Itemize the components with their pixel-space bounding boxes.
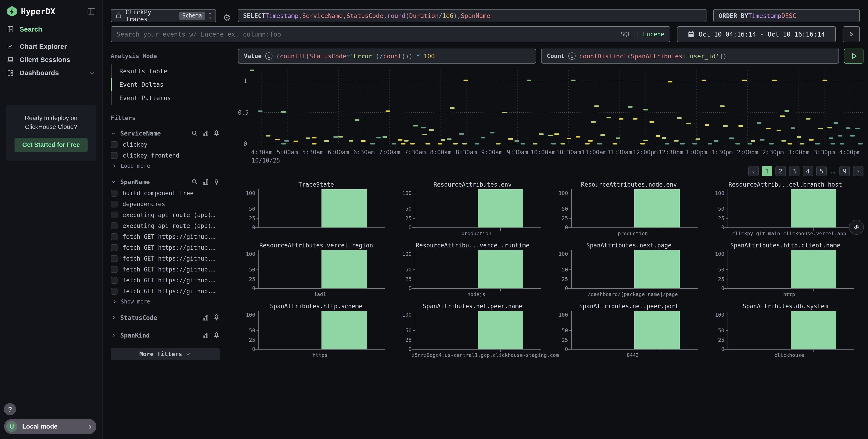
filter-checkbox[interactable]: [111, 277, 118, 284]
floating-filter-button[interactable]: [849, 220, 864, 235]
attribute-chart[interactable]: SpanAttributes.http.scheme10050250https: [238, 302, 394, 363]
filter-item[interactable]: fetch GET https://github.…: [111, 286, 220, 297]
filter-group-header-spankind[interactable]: SpanKind: [111, 329, 220, 341]
pagination-prev[interactable]: ‹: [748, 166, 758, 176]
attribute-chart[interactable]: TraceState10050250: [238, 181, 394, 241]
filter-checkbox[interactable]: [111, 266, 118, 273]
x-axis-tick-label: 1:00pm: [686, 149, 707, 156]
mode-sql-toggle[interactable]: SQL: [620, 31, 631, 38]
attribute-chart[interactable]: ResourceAttribu..cel.branch_host10050250…: [707, 181, 864, 241]
mini-y-tick-label: 0: [238, 346, 255, 352]
filter-item[interactable]: dependencies: [111, 199, 220, 209]
filter-group-header-spanname[interactable]: SpanName: [111, 176, 220, 188]
filter-checkbox[interactable]: [111, 223, 118, 229]
attribute-chart[interactable]: SpanAttributes.net.peer.port100502508443: [551, 302, 707, 363]
filter-item[interactable]: fetch GET https://github.…: [111, 242, 220, 253]
mini-x-tick: [657, 228, 657, 231]
filter-item[interactable]: fetch GET https://github.…: [111, 275, 220, 286]
order-by-input[interactable]: ORDER BY Timestamp DESC: [713, 9, 860, 22]
filter-checkbox[interactable]: [111, 190, 118, 197]
attribute-chart[interactable]: ResourceAttribu...vercel.runtime10050250…: [394, 241, 551, 302]
source-select[interactable]: ClickPy Traces Schema ⌃⌄: [111, 9, 216, 22]
help-button[interactable]: ?: [4, 403, 16, 415]
mini-y-tick-label: 25: [707, 276, 724, 282]
analysis-mode-results-table[interactable]: Results Table: [111, 64, 220, 78]
chart-line-icon: [7, 43, 14, 50]
sidebar-item-chart-explorer[interactable]: Chart Explorer: [0, 40, 102, 53]
pagination-page-2[interactable]: 2: [775, 166, 786, 176]
attribute-chart[interactable]: ResourceAttributes.vercel.region10050250…: [238, 241, 394, 302]
pagination-page-4[interactable]: 4: [803, 166, 813, 176]
pagination-page-5[interactable]: 5: [816, 166, 827, 176]
attribute-chart[interactable]: SpanAttributes.net.peer.name10050250z5nr…: [394, 302, 551, 363]
filter-checkbox[interactable]: [111, 255, 118, 262]
date-range-picker[interactable]: Oct 10 04:16:14 - Oct 10 16:16:14: [677, 26, 836, 42]
mini-y-tick-label: 25: [238, 276, 255, 282]
filter-item[interactable]: clickpy: [111, 139, 220, 150]
filter-load-more[interactable]: Load more: [111, 161, 220, 170]
filter-checkbox[interactable]: [111, 288, 118, 295]
sidebar-collapse-icon[interactable]: [88, 8, 95, 14]
mini-x-axis: [255, 349, 385, 350]
more-filters-button[interactable]: More filters: [111, 348, 220, 360]
pagination-page-1[interactable]: 1: [762, 166, 772, 176]
x-axis-tick-label: 2:30pm: [763, 149, 784, 156]
filter-group-header-servicename[interactable]: ServiceName: [111, 127, 220, 139]
filter-checkbox[interactable]: [111, 141, 118, 148]
hyperdx-logo[interactable]: HyperDX: [7, 6, 55, 17]
code-token: /: [379, 53, 383, 60]
search-submit-button[interactable]: [843, 26, 860, 42]
mode-lucene-toggle[interactable]: Lucene: [643, 31, 664, 38]
filter-item[interactable]: executing api route (app)…: [111, 221, 220, 231]
mini-y-tick-label: 50: [394, 206, 411, 212]
mini-x-tick: [344, 350, 344, 352]
attribute-charts-grid: TraceState10050250ResourceAttributes.env…: [238, 181, 864, 363]
pagination-next[interactable]: ›: [853, 166, 864, 176]
filter-checkbox[interactable]: [111, 244, 118, 251]
mini-y-axis: [571, 189, 572, 228]
filter-item[interactable]: fetch GET https://github.…: [111, 253, 220, 264]
search-box[interactable]: SQL | Lucene: [111, 26, 670, 42]
local-mode-menu[interactable]: U Local mode ›: [4, 419, 96, 434]
filter-show-more[interactable]: Show more: [111, 297, 220, 306]
analysis-mode-event-patterns[interactable]: Event Patterns: [111, 91, 220, 105]
filter-item[interactable]: build component tree: [111, 188, 220, 199]
mini-y-axis: [258, 311, 259, 350]
attribute-chart[interactable]: SpanAttributes.db.system10050250clickhou…: [707, 302, 864, 363]
sidebar-item-search[interactable]: Search: [0, 23, 102, 36]
attribute-chart[interactable]: ResourceAttributes.node.env10050250produ…: [551, 181, 707, 241]
count-expression-input[interactable]: Count countDistinct(SpanAttributes['user…: [541, 49, 839, 64]
run-analysis-button[interactable]: [844, 49, 864, 64]
analysis-mode-event-deltas[interactable]: Event Deltas: [111, 78, 220, 91]
x-axis-tick-label: 11:00am: [582, 149, 607, 156]
search-row: SQL | Lucene Oct 10 04:16:14 - Oct 10 16…: [102, 22, 868, 44]
filter-checkbox[interactable]: [111, 152, 118, 159]
get-started-button[interactable]: Get Started for Free: [14, 138, 88, 152]
filter-item[interactable]: fetch GET https://github.…: [111, 231, 220, 242]
source-name: ClickPy Traces: [125, 9, 175, 23]
filter-checkbox[interactable]: [111, 211, 118, 218]
attribute-chart[interactable]: SpanAttributes.http.client.name10050250h…: [707, 241, 864, 302]
filter-item[interactable]: fetch GET https://github.…: [111, 264, 220, 275]
filter-item[interactable]: executing api route (app)…: [111, 209, 220, 221]
filter-more-label: Show more: [121, 298, 150, 305]
pagination-page-9[interactable]: 9: [839, 166, 850, 176]
mini-y-tick-label: 50: [394, 327, 411, 333]
mini-y-tick-label: 50: [551, 267, 568, 273]
select-clause-input[interactable]: SELECT Timestamp, ServiceName, StatusCod…: [238, 9, 707, 22]
sidebar-item-dashboards[interactable]: Dashboards: [0, 66, 102, 80]
filter-group-header-statuscode[interactable]: StatusCode: [111, 312, 220, 323]
pagination-page-3[interactable]: 3: [789, 166, 800, 176]
filter-checkbox[interactable]: [111, 201, 118, 207]
filter-item[interactable]: clickpy-frontend: [111, 150, 220, 161]
attribute-chart[interactable]: SpanAttributes.next.page10050250/dashboa…: [551, 241, 707, 302]
attribute-chart[interactable]: ResourceAttributes.env10050250production: [394, 181, 551, 241]
event-deltas-chart[interactable]: 10.50 4:30am5:00am5:30am6:00am6:30am7:00…: [238, 68, 864, 164]
search-input[interactable]: [117, 31, 616, 38]
sidebar-item-client-sessions[interactable]: Client Sessions: [0, 53, 102, 66]
gear-icon[interactable]: ⚙: [223, 13, 231, 22]
filter-checkbox[interactable]: [111, 233, 118, 240]
bar-chart-icon: [202, 130, 209, 137]
value-expression-input[interactable]: Value (countIf(StatusCode='Error')/count…: [238, 49, 536, 64]
date-range-text: Oct 10 04:16:14 - Oct 10 16:16:14: [699, 31, 825, 38]
